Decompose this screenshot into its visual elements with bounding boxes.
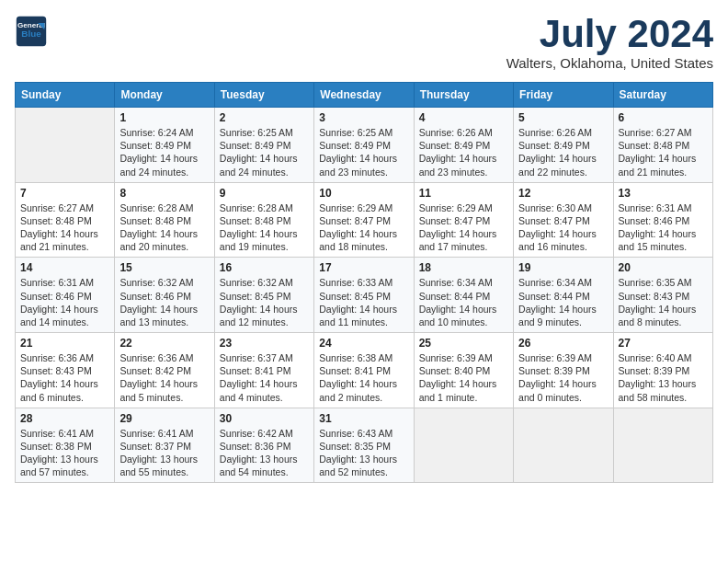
day-info: Sunrise: 6:39 AMSunset: 8:39 PMDaylight:…: [518, 351, 608, 404]
logo-icon: General Blue: [15, 15, 48, 48]
day-number: 26: [518, 337, 608, 350]
calendar-cell: 12Sunrise: 6:30 AMSunset: 8:47 PMDayligh…: [514, 182, 613, 258]
day-info: Sunrise: 6:28 AMSunset: 8:48 PMDaylight:…: [119, 201, 209, 254]
day-info: Sunrise: 6:31 AMSunset: 8:46 PMDaylight:…: [20, 276, 109, 328]
calendar-cell: 19Sunrise: 6:34 AMSunset: 8:44 PMDayligh…: [514, 258, 613, 333]
day-info: Sunrise: 6:27 AMSunset: 8:48 PMDaylight:…: [20, 201, 109, 254]
calendar-cell: 10Sunrise: 6:29 AMSunset: 8:47 PMDayligh…: [314, 182, 414, 258]
calendar-cell: 6Sunrise: 6:27 AMSunset: 8:48 PMDaylight…: [613, 108, 712, 183]
day-info: Sunrise: 6:35 AMSunset: 8:43 PMDaylight:…: [619, 276, 708, 328]
calendar-cell: 31Sunrise: 6:43 AMSunset: 8:35 PMDayligh…: [314, 408, 414, 483]
day-info: Sunrise: 6:41 AMSunset: 8:38 PMDaylight:…: [20, 427, 109, 479]
day-number: 25: [419, 337, 508, 350]
day-info: Sunrise: 6:29 AMSunset: 8:47 PMDaylight:…: [419, 201, 508, 254]
day-info: Sunrise: 6:39 AMSunset: 8:40 PMDaylight:…: [419, 351, 508, 404]
day-number: 14: [20, 261, 109, 274]
calendar-cell: 20Sunrise: 6:35 AMSunset: 8:43 PMDayligh…: [613, 258, 712, 333]
weekday-header: Thursday: [414, 83, 513, 108]
weekday-header: Saturday: [613, 83, 712, 108]
day-number: 28: [20, 412, 109, 425]
day-number: 10: [319, 187, 408, 200]
location-subtitle: Walters, Oklahoma, United States: [506, 55, 713, 71]
calendar-week-row: 1Sunrise: 6:24 AMSunset: 8:49 PMDaylight…: [16, 108, 713, 183]
day-number: 7: [20, 187, 109, 200]
day-info: Sunrise: 6:37 AMSunset: 8:41 PMDaylight:…: [220, 351, 309, 404]
day-number: 23: [220, 337, 309, 350]
calendar-week-row: 21Sunrise: 6:36 AMSunset: 8:43 PMDayligh…: [16, 333, 713, 408]
day-number: 30: [220, 412, 309, 425]
page-header: General Blue July 2024 Walters, Oklahoma…: [15, 15, 713, 71]
day-info: Sunrise: 6:30 AMSunset: 8:47 PMDaylight:…: [518, 201, 608, 254]
day-info: Sunrise: 6:28 AMSunset: 8:48 PMDaylight:…: [220, 201, 309, 254]
day-number: 27: [619, 337, 708, 350]
day-info: Sunrise: 6:24 AMSunset: 8:49 PMDaylight:…: [119, 126, 209, 178]
calendar-cell: 15Sunrise: 6:32 AMSunset: 8:46 PMDayligh…: [115, 258, 214, 333]
calendar-cell: 17Sunrise: 6:33 AMSunset: 8:45 PMDayligh…: [314, 258, 414, 333]
calendar-week-row: 14Sunrise: 6:31 AMSunset: 8:46 PMDayligh…: [16, 258, 713, 333]
weekday-header: Friday: [514, 83, 613, 108]
day-number: 13: [619, 187, 708, 200]
calendar-cell: [613, 408, 712, 483]
calendar-cell: 16Sunrise: 6:32 AMSunset: 8:45 PMDayligh…: [214, 258, 313, 333]
calendar-cell: [16, 108, 115, 183]
day-number: 22: [119, 337, 209, 350]
day-info: Sunrise: 6:33 AMSunset: 8:45 PMDaylight:…: [319, 276, 408, 328]
title-block: July 2024 Walters, Oklahoma, United Stat…: [506, 15, 713, 71]
calendar-cell: 9Sunrise: 6:28 AMSunset: 8:48 PMDaylight…: [214, 182, 313, 258]
day-info: Sunrise: 6:27 AMSunset: 8:48 PMDaylight:…: [619, 126, 708, 178]
day-number: 16: [220, 261, 309, 274]
calendar-cell: 27Sunrise: 6:40 AMSunset: 8:39 PMDayligh…: [613, 333, 712, 408]
day-number: 24: [319, 337, 408, 350]
calendar-week-row: 7Sunrise: 6:27 AMSunset: 8:48 PMDaylight…: [16, 182, 713, 258]
day-number: 1: [119, 111, 209, 124]
day-number: 5: [518, 111, 608, 124]
day-info: Sunrise: 6:26 AMSunset: 8:49 PMDaylight:…: [518, 126, 608, 178]
weekday-header: Sunday: [16, 83, 115, 108]
day-number: 8: [119, 187, 209, 200]
day-number: 18: [419, 261, 508, 274]
day-info: Sunrise: 6:32 AMSunset: 8:46 PMDaylight:…: [119, 276, 209, 328]
day-info: Sunrise: 6:25 AMSunset: 8:49 PMDaylight:…: [220, 126, 309, 178]
calendar-body: 1Sunrise: 6:24 AMSunset: 8:49 PMDaylight…: [16, 108, 713, 483]
day-info: Sunrise: 6:32 AMSunset: 8:45 PMDaylight:…: [220, 276, 309, 328]
day-info: Sunrise: 6:38 AMSunset: 8:41 PMDaylight:…: [319, 351, 408, 404]
day-number: 20: [619, 261, 708, 274]
day-info: Sunrise: 6:31 AMSunset: 8:46 PMDaylight:…: [619, 201, 708, 254]
calendar-cell: 29Sunrise: 6:41 AMSunset: 8:37 PMDayligh…: [115, 408, 214, 483]
calendar-cell: 11Sunrise: 6:29 AMSunset: 8:47 PMDayligh…: [414, 182, 513, 258]
day-number: 29: [119, 412, 209, 425]
weekday-header: Monday: [115, 83, 214, 108]
day-number: 3: [319, 111, 408, 124]
calendar-cell: 5Sunrise: 6:26 AMSunset: 8:49 PMDaylight…: [514, 108, 613, 183]
day-info: Sunrise: 6:41 AMSunset: 8:37 PMDaylight:…: [119, 427, 209, 479]
day-number: 19: [518, 261, 608, 274]
calendar-cell: [414, 408, 513, 483]
day-info: Sunrise: 6:34 AMSunset: 8:44 PMDaylight:…: [419, 276, 508, 328]
calendar-cell: 7Sunrise: 6:27 AMSunset: 8:48 PMDaylight…: [16, 182, 115, 258]
day-number: 2: [220, 111, 309, 124]
weekday-header: Tuesday: [214, 83, 313, 108]
day-info: Sunrise: 6:36 AMSunset: 8:43 PMDaylight:…: [20, 351, 109, 404]
calendar-cell: 26Sunrise: 6:39 AMSunset: 8:39 PMDayligh…: [514, 333, 613, 408]
day-number: 15: [119, 261, 209, 274]
header-row: SundayMondayTuesdayWednesdayThursdayFrid…: [16, 83, 713, 108]
day-info: Sunrise: 6:36 AMSunset: 8:42 PMDaylight:…: [119, 351, 209, 404]
logo: General Blue: [15, 15, 48, 48]
day-number: 9: [220, 187, 309, 200]
calendar-cell: 2Sunrise: 6:25 AMSunset: 8:49 PMDaylight…: [214, 108, 313, 183]
calendar-cell: 8Sunrise: 6:28 AMSunset: 8:48 PMDaylight…: [115, 182, 214, 258]
day-info: Sunrise: 6:42 AMSunset: 8:36 PMDaylight:…: [220, 427, 309, 479]
day-number: 17: [319, 261, 408, 274]
calendar-cell: 18Sunrise: 6:34 AMSunset: 8:44 PMDayligh…: [414, 258, 513, 333]
calendar-cell: 25Sunrise: 6:39 AMSunset: 8:40 PMDayligh…: [414, 333, 513, 408]
day-number: 11: [419, 187, 508, 200]
month-title: July 2024: [506, 15, 713, 53]
day-info: Sunrise: 6:40 AMSunset: 8:39 PMDaylight:…: [619, 351, 708, 404]
calendar-cell: 24Sunrise: 6:38 AMSunset: 8:41 PMDayligh…: [314, 333, 414, 408]
calendar-cell: 14Sunrise: 6:31 AMSunset: 8:46 PMDayligh…: [16, 258, 115, 333]
day-info: Sunrise: 6:26 AMSunset: 8:49 PMDaylight:…: [419, 126, 508, 178]
day-number: 31: [319, 412, 408, 425]
calendar-cell: 13Sunrise: 6:31 AMSunset: 8:46 PMDayligh…: [613, 182, 712, 258]
day-number: 6: [619, 111, 708, 124]
calendar-header: SundayMondayTuesdayWednesdayThursdayFrid…: [16, 83, 713, 108]
